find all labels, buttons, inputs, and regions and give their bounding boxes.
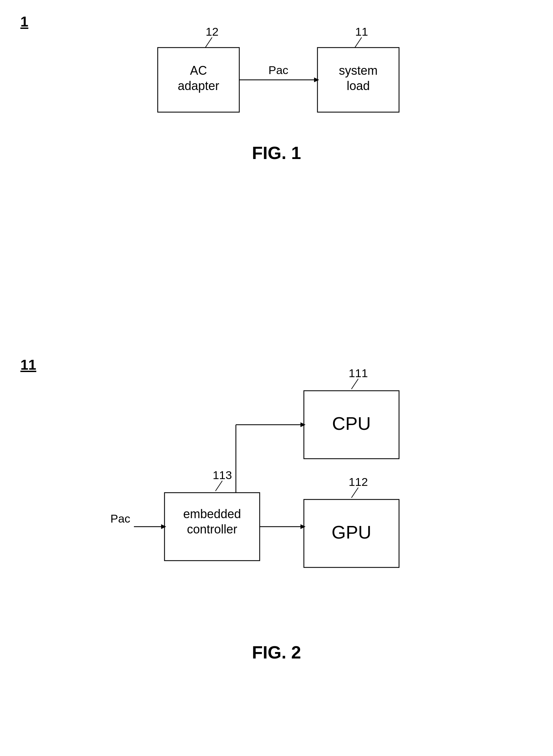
svg-line-4 bbox=[351, 488, 358, 498]
pac2-label: Pac bbox=[110, 512, 130, 525]
ref-11-text: 11 bbox=[355, 25, 368, 38]
fig2-caption: FIG. 2 bbox=[20, 642, 533, 663]
fig1-diagram-svg: 12 11 AC adapter system load Pac bbox=[107, 17, 447, 139]
ref-111-text: 111 bbox=[348, 367, 368, 380]
fig1-figure-number: 1 bbox=[20, 14, 28, 30]
fig2-section: 11 111 CPU 113 112 embedded controller G… bbox=[20, 357, 533, 663]
gpu-label: GPU bbox=[331, 522, 371, 542]
fig1-section: 1 12 11 AC adapter system load Pac FIG. … bbox=[20, 14, 533, 163]
system-load-label2: load bbox=[346, 79, 369, 93]
svg-line-1 bbox=[355, 37, 362, 48]
system-load-label: system bbox=[339, 64, 377, 77]
svg-line-2 bbox=[351, 379, 358, 389]
fig2-figure-number: 11 bbox=[20, 357, 36, 373]
svg-line-3 bbox=[215, 481, 222, 491]
embedded-label: embedded bbox=[183, 507, 241, 521]
pac-input-arrow bbox=[161, 524, 166, 529]
ref-113-text: 113 bbox=[212, 469, 232, 481]
svg-line-0 bbox=[205, 37, 212, 48]
pac-label: Pac bbox=[268, 64, 288, 76]
ref-112-text: 112 bbox=[348, 475, 368, 488]
ref-12-text: 12 bbox=[206, 25, 219, 38]
controller-label: controller bbox=[187, 522, 237, 536]
page: 1 12 11 AC adapter system load Pac FIG. … bbox=[0, 0, 553, 756]
ac-adapter-label2: adapter bbox=[177, 79, 219, 93]
pac-arrow-head bbox=[314, 77, 319, 82]
cpu-label: CPU bbox=[332, 413, 370, 434]
fig2-diagram-svg: 111 CPU 113 112 embedded controller GPU bbox=[90, 360, 464, 639]
fig1-caption: FIG. 1 bbox=[20, 143, 533, 163]
ac-adapter-label: AC bbox=[190, 64, 207, 77]
gpu-arrow-head bbox=[300, 524, 306, 529]
cpu-arrow-head bbox=[300, 422, 306, 427]
